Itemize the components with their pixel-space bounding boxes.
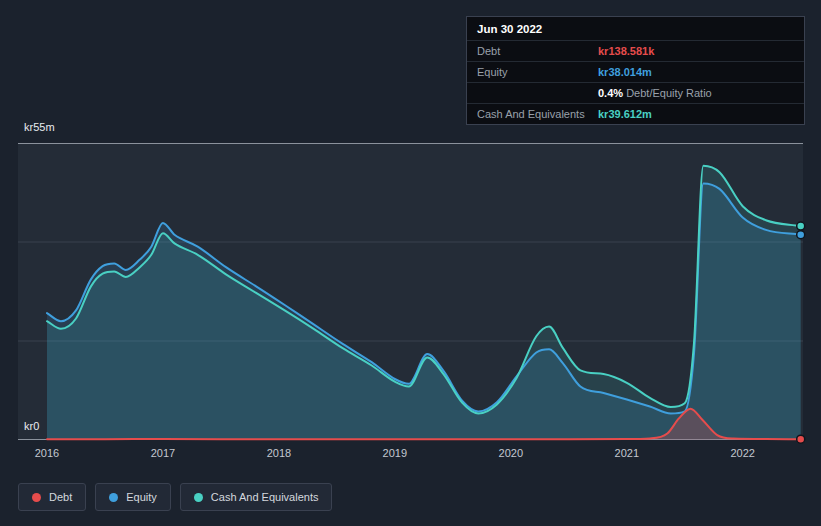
equity-end-marker[interactable] bbox=[797, 231, 805, 239]
x-tick-label-2022: 2022 bbox=[730, 447, 754, 459]
tooltip-row-equity: Equity kr38.014m bbox=[467, 61, 804, 82]
tooltip-cash-label: Cash And Equivalents bbox=[477, 108, 598, 120]
debt-equity-ratio-percent: 0.4% bbox=[598, 87, 623, 99]
chart-plot-area[interactable]: 2016201720182019202020212022 bbox=[18, 143, 803, 473]
legend-debt-label: Debt bbox=[49, 491, 72, 503]
debt-equity-ratio-label: Debt/Equity Ratio bbox=[626, 87, 712, 99]
chart-legend: Debt Equity Cash And Equivalents bbox=[18, 483, 332, 511]
legend-item-cash[interactable]: Cash And Equivalents bbox=[180, 483, 333, 511]
cash-series-dot-icon bbox=[194, 493, 203, 502]
cash-and-equivalents-end-marker[interactable] bbox=[797, 222, 805, 230]
x-tick-label-2018: 2018 bbox=[267, 447, 291, 459]
legend-item-equity[interactable]: Equity bbox=[95, 483, 171, 511]
equity-series-dot-icon bbox=[109, 493, 118, 502]
x-tick-label-2019: 2019 bbox=[383, 447, 407, 459]
legend-cash-label: Cash And Equivalents bbox=[211, 491, 319, 503]
tooltip-row-debt: Debt kr138.581k bbox=[467, 40, 804, 61]
x-tick-label-2021: 2021 bbox=[615, 447, 639, 459]
tooltip-ratio-value: 0.4% Debt/Equity Ratio bbox=[598, 87, 712, 99]
tooltip-debt-label: Debt bbox=[477, 45, 598, 57]
tooltip-row-cash: Cash And Equivalents kr39.612m bbox=[467, 103, 804, 124]
debt-end-marker[interactable] bbox=[797, 435, 805, 443]
x-tick-label-2020: 2020 bbox=[499, 447, 523, 459]
tooltip-date: Jun 30 2022 bbox=[467, 17, 804, 40]
x-tick-label-2017: 2017 bbox=[151, 447, 175, 459]
tooltip-row-ratio: 0.4% Debt/Equity Ratio bbox=[467, 82, 804, 103]
legend-equity-label: Equity bbox=[126, 491, 157, 503]
x-tick-label-2016: 2016 bbox=[35, 447, 59, 459]
legend-item-debt[interactable]: Debt bbox=[18, 483, 86, 511]
debt-series-dot-icon bbox=[32, 493, 41, 502]
tooltip-debt-value: kr138.581k bbox=[598, 45, 654, 57]
chart-svg[interactable]: 2016201720182019202020212022 bbox=[18, 143, 803, 473]
tooltip-cash-value: kr39.612m bbox=[598, 108, 652, 120]
y-axis-label-zero: kr0 bbox=[24, 420, 39, 432]
chart-tooltip: Jun 30 2022 Debt kr138.581k Equity kr38.… bbox=[466, 16, 805, 125]
y-axis-label-max: kr55m bbox=[24, 121, 55, 133]
tooltip-equity-label: Equity bbox=[477, 66, 598, 78]
tooltip-equity-value: kr38.014m bbox=[598, 66, 652, 78]
